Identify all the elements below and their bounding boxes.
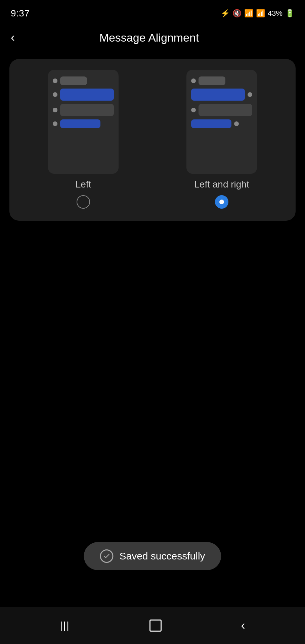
preview-row-3 (53, 104, 114, 116)
options-row: Left (17, 70, 288, 209)
option-lr-label: Left and right (194, 179, 249, 190)
checkmark-svg (103, 552, 110, 560)
page-title: Message Alignment (17, 31, 281, 44)
preview-row-1 (191, 76, 252, 85)
avatar-dot (191, 78, 196, 83)
option-left[interactable]: Left (17, 70, 149, 209)
option-left-right[interactable]: Left and right (156, 70, 288, 209)
home-button[interactable] (143, 615, 168, 636)
left-preview (48, 70, 119, 174)
preview-row-2 (53, 89, 114, 101)
toast-notification: Saved successfully (84, 542, 221, 570)
avatar-dot (191, 108, 196, 112)
alignment-card: Left (9, 59, 296, 221)
avatar-dot (234, 121, 239, 126)
preview-row-4 (191, 119, 252, 128)
toast-text: Saved successfully (119, 550, 205, 562)
avatar-dot (53, 92, 57, 97)
bubble-blue (60, 89, 114, 101)
bubble-blue (191, 89, 245, 101)
avatar-dot (53, 121, 57, 126)
preview-row-4 (53, 119, 114, 128)
status-bar: 9:37 ⚡ 🔇 📶 📶 43% 🔋 (0, 0, 305, 24)
back-icon: ‹ (11, 31, 15, 44)
wifi-icon: 📶 (244, 9, 253, 18)
battery-text: 43% (268, 9, 282, 18)
bubble-blue-small (191, 119, 231, 128)
bubble-gray-dark (199, 104, 252, 116)
home-icon (149, 620, 162, 632)
option-left-label: Left (76, 179, 91, 190)
bubble-gray-dark (60, 104, 114, 116)
status-icons: ⚡ 🔇 📶 📶 43% 🔋 (221, 9, 294, 18)
bubble-blue-small (60, 119, 100, 128)
bluetooth-icon: ⚡ (221, 9, 230, 18)
back-nav-button[interactable]: ‹ (234, 614, 252, 637)
bubble-small-gray (60, 76, 87, 85)
option-lr-radio[interactable] (215, 195, 228, 209)
radio-inner-dot (219, 200, 224, 204)
back-button[interactable]: ‹ (8, 29, 17, 46)
recents-button[interactable]: ||| (53, 616, 76, 635)
toast-check-icon (100, 549, 113, 563)
lr-preview (186, 70, 257, 174)
back-nav-icon: ‹ (241, 619, 245, 633)
preview-row-2 (191, 89, 252, 101)
option-left-radio[interactable] (77, 195, 90, 209)
avatar-dot (53, 108, 57, 112)
toolbar: ‹ Message Alignment (0, 24, 305, 51)
avatar-dot (53, 78, 57, 83)
preview-row-1 (53, 76, 114, 85)
avatar-dot (248, 92, 252, 97)
bubble-small-gray (199, 76, 225, 85)
nav-bar: ||| ‹ (0, 607, 305, 644)
preview-row-3 (191, 104, 252, 116)
status-time: 9:37 (11, 8, 30, 19)
battery-icon: 🔋 (285, 9, 294, 18)
signal-icon: 📶 (256, 9, 265, 18)
recents-icon: ||| (60, 620, 70, 631)
mute-icon: 🔇 (232, 9, 242, 18)
